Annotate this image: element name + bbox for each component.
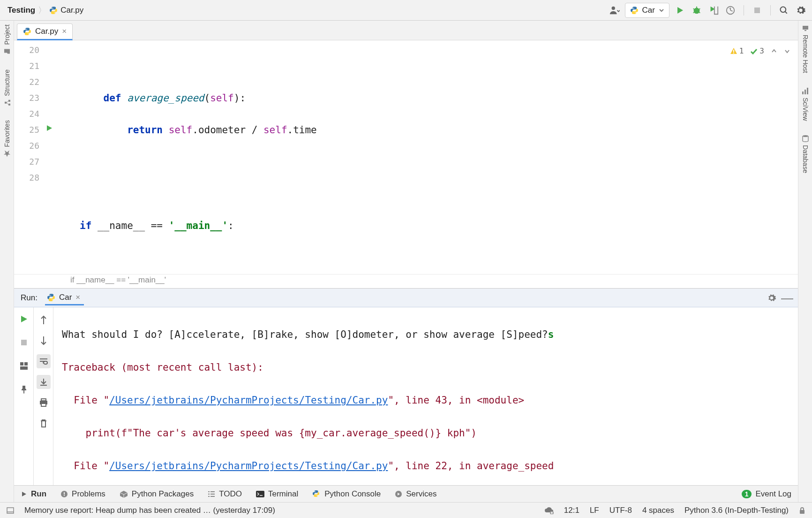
status-bar: Memory use report: Heap dump has been cr… [0,502,812,518]
vcs-user-icon[interactable] [608,4,621,17]
tool-window-sciview-label: SciView [802,98,809,121]
stacktrace-link[interactable]: /Users/jetbrains/PycharmProjects/Testing… [109,460,388,472]
fold-column[interactable] [60,40,72,274]
line-number[interactable]: 25 [16,122,39,138]
code-area[interactable]: def average_speed(self): return self.odo… [72,40,798,274]
settings-button[interactable] [794,4,807,17]
code-editor[interactable]: 20 21 22 23 24 25 26 27 28 def average_s… [14,40,798,274]
print-button[interactable] [37,396,51,410]
rerun-button[interactable] [17,312,31,326]
close-icon[interactable]: × [62,27,67,36]
tool-window-terminal[interactable]: Terminal [256,489,298,499]
close-icon[interactable]: × [75,293,80,302]
inspection-next-icon[interactable] [784,48,790,54]
tool-window-python-console[interactable]: Python Console [312,489,381,499]
svg-rect-44 [803,26,808,30]
svg-line-11 [730,10,733,11]
lock-icon[interactable] [799,507,805,514]
tool-window-services[interactable]: Services [395,489,436,499]
tool-window-todo[interactable]: TODO [208,489,242,499]
status-encoding[interactable]: UTF-8 [609,506,632,515]
editor-tabbar: Car.py × [14,21,798,40]
line-number[interactable]: 22 [16,74,39,90]
svg-rect-47 [804,90,806,94]
soft-wrap-button[interactable] [37,354,51,368]
run-title: Run: [21,293,38,303]
tool-window-event-log[interactable]: 1 Event Log [742,489,791,499]
editor-tab-label: Car.py [35,27,58,36]
tool-window-run-label: Run [31,489,46,499]
tool-window-project[interactable]: Project [3,24,11,55]
line-number[interactable]: 23 [16,90,39,106]
tool-window-favorites[interactable]: Favorites [3,120,11,158]
python-file-icon [49,6,58,15]
pin-button[interactable] [17,382,31,396]
debug-button[interactable] [690,4,703,17]
tool-window-problems-label: Problems [72,489,105,499]
tool-window-sciview[interactable]: SciView [802,87,809,121]
line-number[interactable]: 28 [16,170,39,186]
svg-rect-17 [5,101,7,103]
breadcrumb-file-label: Car.py [60,6,83,15]
tool-window-packages[interactable]: Python Packages [120,489,194,499]
tool-window-remote-host-label: Remote Host [802,35,809,73]
svg-rect-16 [8,99,10,101]
status-interpreter[interactable]: Python 3.6 (In-Depth-Testing) [684,506,789,515]
svg-rect-24 [24,362,28,366]
breadcrumb-project[interactable]: Testing [8,6,35,15]
line-number[interactable]: 24 [16,106,39,122]
editor-gutter[interactable]: 20 21 22 23 24 25 26 27 28 [14,40,60,274]
hide-icon[interactable]: — [781,295,793,301]
breadcrumb-file[interactable]: Car.py [49,6,83,15]
console-output[interactable]: What should I do? [A]ccelerate, [B]rake,… [53,307,798,485]
typo-icon[interactable]: 3 [750,43,764,59]
tool-window-problems[interactable]: Problems [60,489,105,499]
inspections-widget[interactable]: 1 3 [730,43,790,59]
status-caret-pos[interactable]: 12:1 [564,506,579,515]
svg-rect-32 [41,404,46,406]
line-number[interactable]: 26 [16,138,39,154]
scroll-up-button[interactable] [37,313,51,327]
tool-window-database[interactable]: Database [802,135,809,173]
python-icon [630,6,639,15]
svg-rect-23 [20,362,23,366]
line-number[interactable]: 20 [16,42,39,58]
inspection-prev-icon[interactable] [771,48,777,54]
layout-button[interactable] [17,359,31,373]
deployment-status-icon[interactable] [544,507,554,514]
profile-button[interactable] [724,4,737,17]
run-with-coverage-button[interactable] [707,4,720,17]
warning-icon[interactable]: 1 [730,43,744,59]
svg-point-13 [781,7,786,12]
tool-window-remote-host[interactable]: Remote Host [802,24,809,73]
status-line-sep[interactable]: LF [590,506,599,515]
svg-rect-48 [807,88,808,94]
tool-window-run[interactable]: Run [21,489,46,499]
run-tab-car[interactable]: Car × [45,290,84,305]
status-indent[interactable]: 4 spaces [642,506,674,515]
svg-rect-34 [64,492,65,495]
stacktrace-link[interactable]: /Users/jetbrains/PycharmProjects/Testing… [109,395,388,406]
tool-window-structure[interactable]: Structure [3,69,11,107]
line-number[interactable]: 27 [16,154,39,170]
run-button[interactable] [673,4,686,17]
tool-window-packages-label: Python Packages [132,489,194,499]
editor-breadcrumb[interactable]: if __name__ == '__main__' [14,274,798,288]
svg-rect-45 [804,30,806,31]
line-number[interactable]: 21 [16,58,39,74]
svg-line-7 [693,12,695,13]
run-configuration-selector[interactable]: Car [625,3,669,18]
clear-all-button[interactable] [37,416,51,430]
svg-point-49 [803,135,808,137]
gear-icon[interactable] [767,293,776,303]
breadcrumb[interactable]: Testing 〉 Car.py [8,5,83,16]
scroll-to-end-button[interactable] [37,375,51,389]
editor-tab-car[interactable]: Car.py × [17,23,73,40]
status-message[interactable]: Memory use report: Heap dump has been cr… [24,506,275,515]
svg-line-8 [699,12,700,13]
gutter-run-icon[interactable] [46,125,53,131]
svg-rect-35 [64,495,65,496]
scroll-down-button[interactable] [37,334,51,348]
tool-windows-quick-access-icon[interactable] [7,507,14,514]
search-everywhere-button[interactable] [777,4,790,17]
